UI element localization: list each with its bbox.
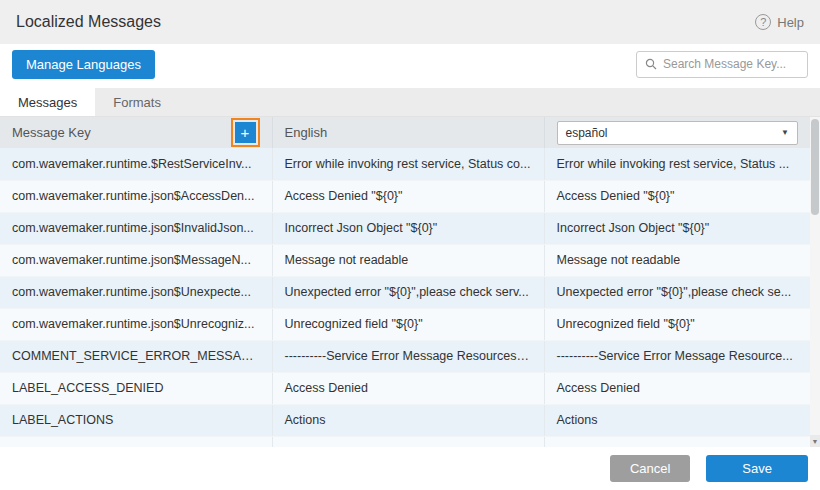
translation-cell: ----------Service Error Message Resource… <box>544 340 810 372</box>
message-key-header-label: Message Key <box>12 125 91 140</box>
message-key-cell: com.wavemaker.runtime.json$MessageN... <box>0 244 272 276</box>
search-icon <box>645 58 657 70</box>
table-row[interactable]: COMMENT_SERVICE_ERROR_MESSAGES ---------… <box>0 340 810 372</box>
translation-cell: Access Denied <box>544 372 810 404</box>
messages-table: Message Key + English español ▼ <box>0 116 820 447</box>
table-row[interactable]: com.wavemaker.runtime.json$AccessDen... … <box>0 180 810 212</box>
message-key-cell: COMMENT_SERVICE_ERROR_MESSAGES <box>0 340 272 372</box>
translation-cell: Error while invoking rest service, Statu… <box>544 148 810 180</box>
column-header-english: English <box>272 117 544 148</box>
save-button[interactable]: Save <box>706 455 808 482</box>
localized-messages-dialog: Localized Messages ? Help Manage Languag… <box>0 0 820 490</box>
table-header-row: Message Key + English español ▼ <box>0 117 810 148</box>
help-button[interactable]: ? Help <box>755 14 804 30</box>
tab-messages[interactable]: Messages <box>0 88 95 116</box>
translation-cell: Unexpected error "${0}",please check se.… <box>544 276 810 308</box>
table-body: com.wavemaker.runtime.$RestServiceInv...… <box>0 148 810 447</box>
add-highlight-box: + <box>231 118 260 147</box>
tab-formats[interactable]: Formats <box>95 88 179 116</box>
help-label: Help <box>777 15 804 30</box>
english-cell: Actions <box>272 404 544 436</box>
english-cell: ----------Service Error Message Resource… <box>272 340 544 372</box>
table-row[interactable]: LABEL_ACCESS_DENIED Access Denied Access… <box>0 372 810 404</box>
help-icon: ? <box>755 14 771 30</box>
page-title: Localized Messages <box>16 13 161 31</box>
message-key-cell: com.wavemaker.runtime.$RestServiceInv... <box>0 148 272 180</box>
search-box[interactable] <box>636 51 808 78</box>
language-select-value: español <box>566 126 608 140</box>
english-cell: Access Denied <box>272 372 544 404</box>
translation-cell: Message not readable <box>544 244 810 276</box>
table-row[interactable]: com.wavemaker.runtime.json$MessageN... M… <box>0 244 810 276</box>
message-key-cell: LABEL_APPLICATION_NAME <box>0 436 272 447</box>
chevron-down-icon: ▼ <box>781 128 789 137</box>
message-key-cell: com.wavemaker.runtime.json$Unrecogniz... <box>0 308 272 340</box>
table-row[interactable]: com.wavemaker.runtime.$RestServiceInv...… <box>0 148 810 180</box>
message-key-cell: com.wavemaker.runtime.json$Unexpecte... <box>0 276 272 308</box>
english-cell: WaveMaker <box>272 436 544 447</box>
message-key-cell: LABEL_ACTIONS <box>0 404 272 436</box>
translation-cell: Incorrect Json Object "${0}" <box>544 212 810 244</box>
add-message-key-button[interactable]: + <box>235 122 256 143</box>
vertical-scrollbar[interactable]: ▼ <box>810 117 820 447</box>
manage-languages-button[interactable]: Manage Languages <box>12 50 155 79</box>
scroll-down-arrow-icon[interactable]: ▼ <box>810 435 820 447</box>
english-cell: Incorrect Json Object "${0}" <box>272 212 544 244</box>
cancel-button[interactable]: Cancel <box>610 455 690 482</box>
toolbar: Manage Languages <box>0 44 820 84</box>
table-row[interactable]: com.wavemaker.runtime.json$Unrecogniz...… <box>0 308 810 340</box>
english-cell: Unrecognized field "${0}" <box>272 308 544 340</box>
translation-cell: WaveMaker <box>544 436 810 447</box>
scrollbar-thumb[interactable] <box>811 119 819 215</box>
message-key-cell: com.wavemaker.runtime.json$AccessDen... <box>0 180 272 212</box>
column-header-message-key: Message Key + <box>0 117 272 148</box>
dialog-header: Localized Messages ? Help <box>0 0 820 44</box>
english-cell: Unexpected error "${0}",please check ser… <box>272 276 544 308</box>
translation-cell: Actions <box>544 404 810 436</box>
english-cell: Error while invoking rest service, Statu… <box>272 148 544 180</box>
table-row[interactable]: LABEL_APPLICATION_NAME WaveMaker WaveMak… <box>0 436 810 447</box>
message-key-cell: com.wavemaker.runtime.json$InvalidJson..… <box>0 212 272 244</box>
dialog-footer: Cancel Save <box>0 447 820 490</box>
tab-bar: Messages Formats <box>0 88 820 116</box>
english-cell: Access Denied "${0}" <box>272 180 544 212</box>
table-row[interactable]: com.wavemaker.runtime.json$Unexpecte... … <box>0 276 810 308</box>
english-cell: Message not readable <box>272 244 544 276</box>
language-select[interactable]: español ▼ <box>557 121 799 145</box>
search-input[interactable] <box>663 57 799 71</box>
table-row[interactable]: LABEL_ACTIONS Actions Actions <box>0 404 810 436</box>
translation-cell: Unrecognized field "${0}" <box>544 308 810 340</box>
column-header-language: español ▼ <box>544 117 810 148</box>
message-key-cell: LABEL_ACCESS_DENIED <box>0 372 272 404</box>
translation-cell: Access Denied "${0}" <box>544 180 810 212</box>
table-row[interactable]: com.wavemaker.runtime.json$InvalidJson..… <box>0 212 810 244</box>
